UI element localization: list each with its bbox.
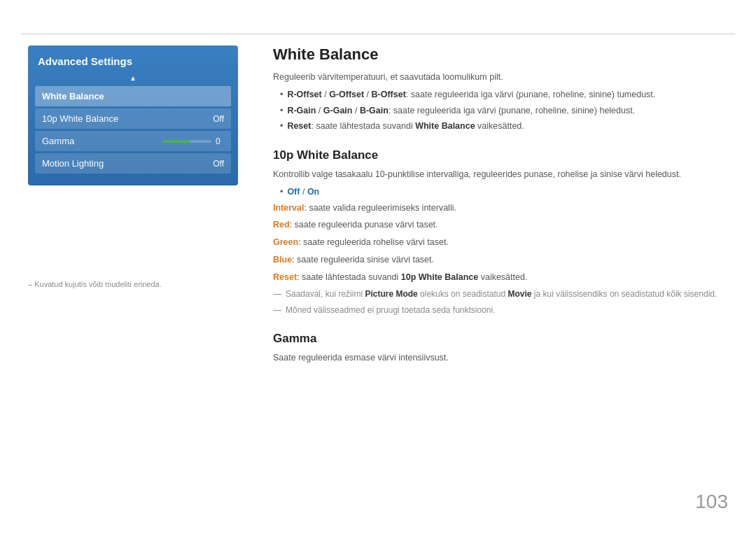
sidebar-item-white-balance[interactable]: White Balance [35,86,231,106]
sidebar: Advanced Settings ▲ White Balance 10p Wh… [28,45,238,185]
sidebar-item-label: White Balance [42,91,104,101]
sidebar-item-badge: Off [213,159,224,169]
sidebar-item-badge: Off [213,114,224,124]
bullet-content: R-Gain / G-Gain / B-Gain: saate reguleer… [287,104,635,118]
tenp-interval: Interval: saate valida reguleerimiseks i… [273,202,728,215]
sidebar-item-10p-white-balance[interactable]: 10p White Balance Off [35,108,231,129]
bullet-off-on: Off / On [280,185,728,199]
bullet-r-gain: R-Gain / G-Gain / B-Gain: saate reguleer… [280,104,728,118]
white-balance-desc: Reguleerib värvitemperatuuri, et saavuta… [273,71,728,84]
main-content: White Balance Reguleerib värvitemperatuu… [273,45,728,369]
tenp-title: 10p White Balance [273,148,728,162]
page-number: 103 [695,491,728,513]
advanced-settings-box: Advanced Settings ▲ White Balance 10p Wh… [28,45,238,185]
top-divider [21,34,735,34]
tenp-section: 10p White Balance Kontrollib valge tasak… [273,148,728,316]
bullet-content: R-Offset / G-Offset / B-Offset: saate re… [287,88,655,101]
gamma-value: 0 [216,136,224,146]
gamma-bar-fill [162,140,190,143]
gamma-title: Gamma [273,332,728,346]
tenp-green: Green: saate reguleerida rohelise värvi … [273,236,728,249]
sidebar-item-gamma[interactable]: Gamma 0 [35,131,231,151]
footnote: – Kuvatud kujutis võib mudeliti erineda. [28,280,162,288]
tenp-desc: Kontrollib valge tasakaalu 10-punktilise… [273,168,728,181]
tenp-red: Red: saate reguleerida punase värvi tase… [273,218,728,232]
white-balance-title: White Balance [273,45,728,64]
tenp-bullets: Off / On [280,185,728,199]
note-2: Mõned välisseadmed ei pruugi toetada sed… [273,304,728,316]
gamma-section: Gamma Saate reguleerida esmase värvi int… [273,332,728,365]
tenp-blue: Blue: saate reguleerida sinise värvi tas… [273,253,728,267]
gamma-bar-container [162,140,211,143]
collapse-arrow[interactable]: ▲ [35,74,231,82]
gamma-slider: 0 [74,136,224,146]
sidebar-item-label: 10p White Balance [42,113,118,124]
sidebar-title: Advanced Settings [35,55,231,67]
gamma-desc: Saate reguleerida esmase värvi intensiiv… [273,351,728,365]
white-balance-section: White Balance Reguleerib värvitemperatuu… [273,45,728,133]
bullet-content: Off / On [287,185,319,199]
sidebar-item-label: Motion Lighting [42,158,104,169]
bullet-r-offset: R-Offset / G-Offset / B-Offset: saate re… [280,88,728,101]
tenp-reset: Reset: saate lähtestada suvandi 10p Whit… [273,271,728,284]
white-balance-bullets: R-Offset / G-Offset / B-Offset: saate re… [280,88,728,133]
sidebar-item-motion-lighting[interactable]: Motion Lighting Off [35,153,231,174]
bullet-reset: Reset: saate lähtestada suvandi White Ba… [280,120,728,133]
note-1: Saadaval, kui režiimi Picture Mode oleku… [273,288,728,300]
bullet-content: Reset: saate lähtestada suvandi White Ba… [287,120,524,133]
sidebar-item-label: Gamma [42,136,74,146]
